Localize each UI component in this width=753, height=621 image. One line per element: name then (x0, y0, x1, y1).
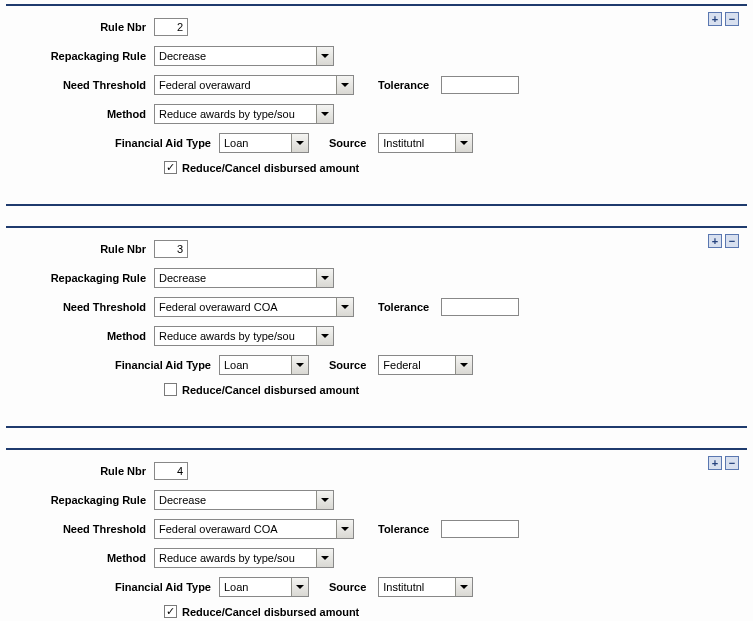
add-row-button[interactable]: + (708, 12, 722, 26)
need-threshold-label: Need Threshold (14, 523, 154, 535)
financial-aid-type-select-value: Loan (224, 581, 248, 593)
reduce-cancel-checkbox[interactable]: ✓ (164, 161, 177, 174)
rule-nbr-label: Rule Nbr (14, 21, 154, 33)
reduce-cancel-checkbox[interactable] (164, 383, 177, 396)
financial-aid-type-select-value: Loan (224, 359, 248, 371)
method-label: Method (14, 330, 154, 342)
rule-nbr-input[interactable] (154, 462, 188, 480)
tolerance-input[interactable] (441, 76, 519, 94)
chevron-down-icon (316, 549, 333, 567)
add-row-button[interactable]: + (708, 234, 722, 248)
source-select-value: Federal (383, 359, 420, 371)
method-label: Method (14, 108, 154, 120)
repackaging-rule-select-value: Decrease (159, 50, 206, 62)
need-threshold-select[interactable]: Federal overaward (154, 75, 354, 95)
chevron-down-icon (291, 134, 308, 152)
rule-block: +−Rule NbrRepackaging RuleDecreaseNeed T… (6, 226, 747, 428)
reduce-cancel-label: Reduce/Cancel disbursed amount (182, 606, 359, 618)
need-threshold-select[interactable]: Federal overaward COA (154, 297, 354, 317)
rule-block: +−Rule NbrRepackaging RuleDecreaseNeed T… (6, 448, 747, 621)
tolerance-label: Tolerance (378, 523, 429, 535)
source-label: Source (329, 359, 366, 371)
tolerance-label: Tolerance (378, 301, 429, 313)
tolerance-label: Tolerance (378, 79, 429, 91)
repackaging-rule-select[interactable]: Decrease (154, 268, 334, 288)
repackaging-rule-select-value: Decrease (159, 272, 206, 284)
repackaging-rule-select[interactable]: Decrease (154, 490, 334, 510)
repackaging-rule-select-value: Decrease (159, 494, 206, 506)
method-select-value: Reduce awards by type/sou (159, 330, 295, 342)
chevron-down-icon (336, 298, 353, 316)
row-controls: +− (708, 456, 739, 470)
delete-row-button[interactable]: − (725, 12, 739, 26)
method-select-value: Reduce awards by type/sou (159, 108, 295, 120)
method-select[interactable]: Reduce awards by type/sou (154, 104, 334, 124)
need-threshold-select-value: Federal overaward (159, 79, 251, 91)
method-select[interactable]: Reduce awards by type/sou (154, 326, 334, 346)
method-select-value: Reduce awards by type/sou (159, 552, 295, 564)
financial-aid-type-select[interactable]: Loan (219, 577, 309, 597)
source-label: Source (329, 137, 366, 149)
rule-block: +−Rule NbrRepackaging RuleDecreaseNeed T… (6, 4, 747, 206)
rule-nbr-input[interactable] (154, 240, 188, 258)
tolerance-input[interactable] (441, 520, 519, 538)
chevron-down-icon (316, 491, 333, 509)
chevron-down-icon (336, 76, 353, 94)
rule-nbr-input[interactable] (154, 18, 188, 36)
reduce-cancel-label: Reduce/Cancel disbursed amount (182, 384, 359, 396)
source-select-value: Institutnl (383, 581, 424, 593)
financial-aid-type-select[interactable]: Loan (219, 355, 309, 375)
reduce-cancel-checkbox[interactable]: ✓ (164, 605, 177, 618)
method-label: Method (14, 552, 154, 564)
source-select-value: Institutnl (383, 137, 424, 149)
row-controls: +− (708, 12, 739, 26)
financial-aid-type-label: Financial Aid Type (14, 137, 219, 149)
financial-aid-type-label: Financial Aid Type (14, 359, 219, 371)
chevron-down-icon (291, 578, 308, 596)
need-threshold-select-value: Federal overaward COA (159, 523, 278, 535)
financial-aid-type-select-value: Loan (224, 137, 248, 149)
repackaging-rule-label: Repackaging Rule (14, 50, 154, 62)
tolerance-input[interactable] (441, 298, 519, 316)
chevron-down-icon (455, 356, 472, 374)
method-select[interactable]: Reduce awards by type/sou (154, 548, 334, 568)
add-row-button[interactable]: + (708, 456, 722, 470)
source-select[interactable]: Institutnl (378, 133, 473, 153)
source-label: Source (329, 581, 366, 593)
rule-nbr-label: Rule Nbr (14, 465, 154, 477)
repackaging-rule-select[interactable]: Decrease (154, 46, 334, 66)
row-controls: +− (708, 234, 739, 248)
repackaging-rule-label: Repackaging Rule (14, 494, 154, 506)
chevron-down-icon (316, 105, 333, 123)
financial-aid-type-label: Financial Aid Type (14, 581, 219, 593)
rule-nbr-label: Rule Nbr (14, 243, 154, 255)
delete-row-button[interactable]: − (725, 456, 739, 470)
chevron-down-icon (455, 578, 472, 596)
source-select[interactable]: Institutnl (378, 577, 473, 597)
chevron-down-icon (316, 47, 333, 65)
chevron-down-icon (316, 327, 333, 345)
need-threshold-select-value: Federal overaward COA (159, 301, 278, 313)
need-threshold-label: Need Threshold (14, 79, 154, 91)
need-threshold-select[interactable]: Federal overaward COA (154, 519, 354, 539)
financial-aid-type-select[interactable]: Loan (219, 133, 309, 153)
chevron-down-icon (455, 134, 472, 152)
delete-row-button[interactable]: − (725, 234, 739, 248)
repackaging-rule-label: Repackaging Rule (14, 272, 154, 284)
chevron-down-icon (336, 520, 353, 538)
source-select[interactable]: Federal (378, 355, 473, 375)
reduce-cancel-label: Reduce/Cancel disbursed amount (182, 162, 359, 174)
chevron-down-icon (291, 356, 308, 374)
chevron-down-icon (316, 269, 333, 287)
need-threshold-label: Need Threshold (14, 301, 154, 313)
